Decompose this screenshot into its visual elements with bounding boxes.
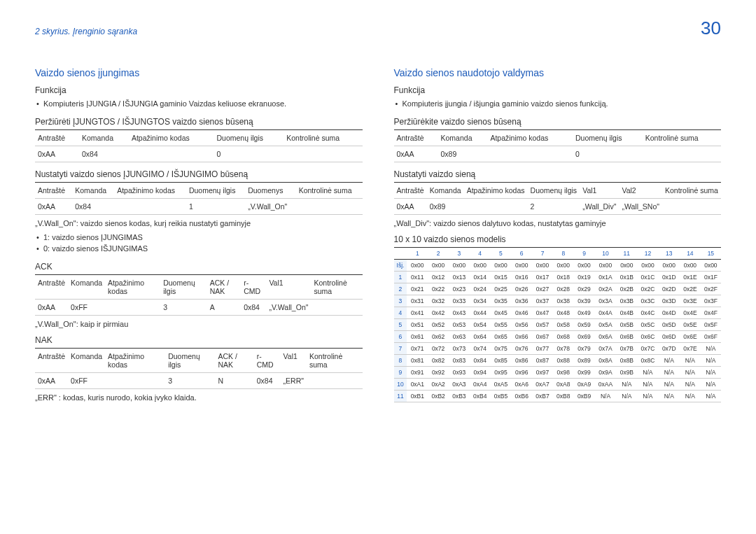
cell: r-CMD (254, 348, 281, 372)
cell: Komanda (68, 348, 105, 372)
cell (643, 146, 721, 162)
cell: 0xAA (35, 299, 68, 315)
function-bullet: Kompiuteris įjungia / išjungia gaminio v… (394, 98, 722, 110)
note-text: „Wall_Div": vaizdo sienos dalytuvo kodas… (394, 219, 722, 227)
view-state-heading: Peržiūrėti ĮJUNGTOS / IŠJUNGTOS vaizdo s… (35, 117, 363, 127)
cell: 3 (160, 299, 207, 315)
cell: Duomenų ilgis (160, 274, 207, 299)
cell (129, 146, 214, 162)
cell: „ERR" (281, 372, 307, 388)
cell: 0xFF (68, 372, 105, 388)
cell: 0x84 (72, 198, 114, 214)
cell: 0xAA (35, 198, 72, 214)
cell: „V.Wall_On" (245, 198, 295, 214)
table-row: 0xAA0x841„V.Wall_On" (35, 198, 363, 214)
cell: Duomenų ilgis (573, 129, 643, 146)
right-column: Vaizdo sienos naudotojo valdymas Funkcij… (394, 67, 722, 406)
cell: Duomenų ilgis (186, 182, 245, 198)
set-state-heading: Nustatyti vaizdo sieną (394, 169, 722, 179)
cell: Komanda (79, 129, 129, 146)
matrix-heading: 10 x 10 vaizdo sienos modelis (394, 234, 722, 244)
table-header-row: AntraštėKomandaAtpažinimo kodasDuomenų i… (394, 182, 722, 198)
note-text: „V.Wall_On": vaizdo sienos kodas, kurį r… (35, 219, 363, 227)
cell: 1 (186, 198, 245, 214)
cell (284, 146, 362, 162)
cell: 0xFF (68, 299, 105, 315)
cell: Val2 (619, 182, 662, 198)
cell: Komanda (427, 182, 464, 198)
table-row: 0xAA0xFF3N0x84„ERR" (35, 372, 363, 388)
cell: Komanda (438, 129, 488, 146)
table-row: 0xAA0xFF3A0x84„V.Wall_On" (35, 299, 363, 315)
wall-model-matrix: 123456789101112131415Išj.0x000x000x000x0… (394, 247, 722, 402)
cell: Atpažinimo kodas (105, 274, 160, 299)
list-item: 0: vaizdo sienos IŠJUNGIMAS (35, 243, 363, 255)
cell: Antraštė (394, 182, 427, 198)
cell: Duomenys (245, 182, 295, 198)
set-state-table-r: AntraštėKomandaAtpažinimo kodasDuomenų i… (394, 182, 722, 215)
function-bullet: Kompiuteris ĮJUNGIA / IŠJUNGIA gaminio V… (35, 98, 363, 110)
cell: Antraštė (35, 182, 72, 198)
list-item: 1: vaizdo sienos ĮJUNGIMAS (35, 232, 363, 244)
cell: Komanda (72, 182, 114, 198)
cell (296, 198, 363, 214)
cell: Val1 (580, 182, 619, 198)
cell: „Wall_Div" (580, 198, 619, 214)
note-text: „V.Wall_On": kaip ir pirmiau (35, 320, 363, 328)
left-column: Vaizdo sienos įjungimas Funkcija Kompiut… (35, 67, 363, 406)
cell: N (216, 372, 254, 388)
cell: Kontrolinė suma (311, 274, 362, 299)
cell (105, 372, 165, 388)
set-state-table: AntraštėKomandaAtpažinimo kodasDuomenų i… (35, 182, 363, 215)
cell: Atpažinimo kodas (464, 182, 528, 198)
document-page: 2 skyrius. Įrenginio sąranka 30 Vaizdo s… (0, 0, 756, 423)
view-state-table-r: AntraštėKomandaAtpažinimo kodasDuomenų i… (394, 129, 722, 162)
table-header-row: AntraštėKomandaAtpažinimo kodasDuomenų i… (35, 129, 363, 146)
cell: r-CMD (241, 274, 266, 299)
nak-table: AntraštėKomandaAtpažinimo kodasDuomenų i… (35, 348, 363, 389)
cell: 0x84 (254, 372, 281, 388)
cell: Kontrolinė suma (284, 129, 362, 146)
cell: Komanda (68, 274, 105, 299)
cell: 0x84 (79, 146, 129, 162)
table-row: 0xAA0x840 (35, 146, 363, 162)
note-text: „ERR" : kodas, kuris nurodo, kokia įvyko… (35, 393, 363, 402)
cell: Val1 (281, 348, 307, 372)
cell (105, 299, 160, 315)
cell (464, 198, 528, 214)
cell: ACK / NAK (216, 348, 254, 372)
cell: Duomenų ilgis (214, 129, 284, 146)
function-heading: Funkcija (35, 85, 363, 95)
cell: Kontrolinė suma (643, 129, 721, 146)
nak-heading: NAK (35, 335, 363, 345)
cell: 0 (214, 146, 284, 162)
cell (662, 198, 721, 214)
cell (307, 372, 363, 388)
table-header-row: AntraštėKomandaAtpažinimo kodasDuomenų i… (394, 129, 722, 146)
cell: Kontrolinė suma (296, 182, 363, 198)
table-header-row: AntraštėKomandaAtpažinimo kodasDuomenų i… (35, 274, 363, 299)
cell: Antraštė (35, 274, 68, 299)
cell: Atpažinimo kodas (487, 129, 573, 146)
cell: Antraštė (35, 348, 68, 372)
page-header: 2 skyrius. Įrenginio sąranka 30 (35, 17, 721, 39)
cell: 0x89 (427, 198, 464, 214)
cell: Kontrolinė suma (662, 182, 721, 198)
cell: A (207, 299, 241, 315)
cell: ACK / NAK (207, 274, 241, 299)
cell (311, 299, 362, 315)
cell: 0x89 (438, 146, 488, 162)
chapter-label: 2 skyrius. Įrenginio sąranka (35, 27, 137, 36)
cell: Duomenų ilgis (165, 348, 215, 372)
cell (487, 146, 573, 162)
cell: „Wall_SNo" (619, 198, 662, 214)
ack-heading: ACK (35, 262, 363, 272)
table-row: 0xAA0x892„Wall_Div"„Wall_SNo" (394, 198, 722, 214)
cell: Val1 (266, 274, 311, 299)
cell (114, 198, 186, 214)
ack-table: AntraštėKomandaAtpažinimo kodasDuomenų i… (35, 274, 363, 316)
function-heading: Funkcija (394, 85, 722, 95)
cell: 0xAA (35, 146, 79, 162)
section-title: Vaizdo sienos naudotojo valdymas (394, 67, 722, 78)
cell: 2 (528, 198, 580, 214)
